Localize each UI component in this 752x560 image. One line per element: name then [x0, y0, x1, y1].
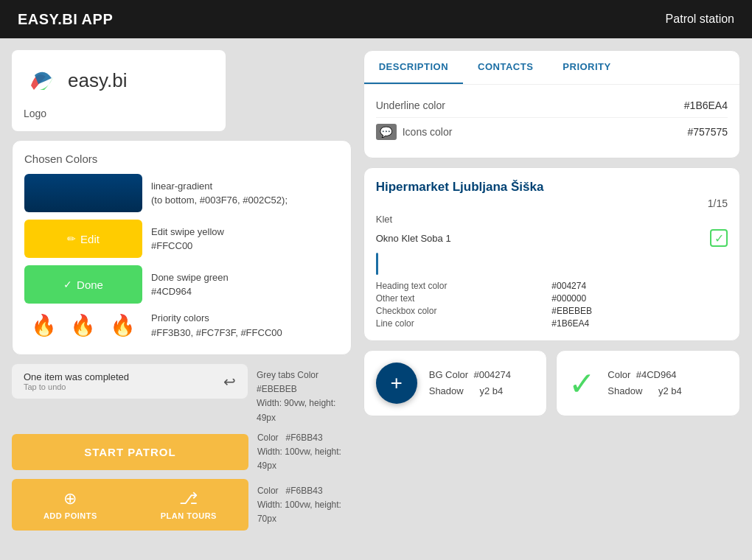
bg-color-value: #004274 — [473, 369, 511, 380]
app-title: EASY.BI APP — [18, 11, 113, 28]
color-row-yellow: ✏ Edit Edit swipe yellow#FFCC00 — [24, 220, 339, 258]
checkbox-label: Checkbox color — [376, 306, 552, 316]
green-swatch: ✓ Done — [24, 265, 142, 304]
fire-row: 🔥 🔥 🔥 Priority colors#FF3B30, #FC7F3F, #… — [24, 311, 339, 340]
bottom-right: + BG Color #004274 Shadow y2 b4 ✓ Color … — [363, 350, 740, 416]
checkmark-icon: ✓ — [714, 231, 724, 245]
main-content: easy.bi Logo Chosen Colors linear-gradie… — [0, 38, 752, 560]
icons-color-row: 💬 Icons color #757575 — [376, 118, 728, 146]
color-label-check: Color — [607, 369, 630, 380]
plan-tours-nav[interactable]: ⎇ PLAN TOURS — [161, 489, 217, 520]
hiper-info-grid: Heading text color #004274 Other text #0… — [376, 281, 728, 329]
color-row-green: ✓ Done Done swipe green#4CD964 — [24, 265, 339, 304]
heading-text-label: Heading text color — [376, 281, 552, 291]
hiper-title: Hipermarket Ljubljana Šiška — [376, 180, 728, 195]
icons-label: Icons color — [403, 126, 688, 138]
app-subtitle: Patrol station — [666, 13, 734, 26]
check-card: ✓ Color #4CD964 Shadow y2 b4 — [556, 350, 740, 416]
heading-text-value: #004274 — [551, 281, 728, 291]
icons-value: #757575 — [687, 126, 728, 138]
hiper-section: Klet — [376, 214, 728, 225]
completed-info: One item was completed Tap to undo — [24, 371, 129, 391]
fab-button[interactable]: + — [376, 363, 417, 404]
tab-priority[interactable]: PRIORITY — [548, 51, 625, 84]
tap-undo: Tap to undo — [24, 382, 129, 391]
logo-box: easy.bi Logo — [12, 50, 226, 131]
check-info: Color #4CD964 Shadow y2 b4 — [607, 367, 681, 399]
logo-label: Logo — [24, 108, 46, 119]
completed-text: One item was completed — [24, 371, 129, 382]
item-checkbox[interactable]: ✓ — [710, 229, 728, 247]
tab-content: Underline color #1B6EA4 💬 Icons color #7… — [364, 85, 739, 146]
shadow-label-check: Shadow — [607, 385, 642, 396]
line-value: #1B6EA4 — [551, 318, 728, 329]
checkmark-icon: ✓ — [63, 279, 72, 290]
add-points-nav[interactable]: ⊕ ADD POINTS — [43, 489, 97, 520]
fire-icons: 🔥 🔥 🔥 — [24, 313, 142, 337]
underline-value: #1B6EA4 — [684, 99, 728, 111]
bottom-nav: ⊕ ADD POINTS ⎇ PLAN TOURS — [12, 479, 248, 531]
blue-line — [376, 253, 378, 275]
shadow-value-check: y2 b4 — [658, 385, 682, 396]
plan-tours-icon: ⎇ — [179, 489, 198, 508]
grey-tabs-info: Grey tabs Color #EBEBEBWidth: 90vw, heig… — [257, 364, 352, 425]
plan-tours-label: PLAN TOURS — [161, 511, 217, 520]
colors-box: Chosen Colors linear-gradient(to bottom,… — [12, 140, 352, 355]
gradient-desc: linear-gradient(to bottom, #003F76, #002… — [151, 179, 288, 208]
shadow-value-fab: y2 b4 — [479, 385, 503, 396]
fab-card: + BG Color #004274 Shadow y2 b4 — [363, 350, 548, 416]
edit-label: Edit — [80, 233, 100, 245]
tab-description[interactable]: DESCRIPTION — [364, 51, 463, 84]
add-points-icon: ⊕ — [63, 489, 77, 508]
bottom-section: One item was completed Tap to undo ↩ Gre… — [12, 364, 352, 531]
yellow-desc: Edit swipe yellow#FFCC00 — [151, 225, 224, 253]
fab-info: BG Color #004274 Shadow y2 b4 — [429, 367, 511, 399]
tab-contacts[interactable]: CONTACTS — [463, 51, 548, 84]
add-points-label: ADD POINTS — [43, 511, 97, 520]
hiper-counter: 1/15 — [376, 197, 728, 209]
fire-orange-icon: 🔥 — [70, 313, 96, 337]
undo-icon[interactable]: ↩ — [223, 373, 236, 391]
hiper-item-name: Okno Klet Soba 1 — [376, 233, 451, 244]
start-patrol-button[interactable]: START PATROL — [12, 434, 248, 470]
fire-yellow-icon: 🔥 — [110, 313, 136, 337]
hiper-item-row: Okno Klet Soba 1 ✓ — [376, 226, 728, 250]
priority-desc: Priority colors#FF3B30, #FC7F3F, #FFCC00 — [151, 311, 282, 340]
fire-red-icon: 🔥 — [31, 313, 57, 337]
shadow-label-fab: Shadow — [429, 385, 464, 396]
other-text-value: #000000 — [551, 293, 728, 304]
pencil-icon: ✏ — [67, 233, 76, 245]
hipermarket-card: Hipermarket Ljubljana Šiška 1/15 Klet Ok… — [363, 167, 740, 341]
underline-color-row: Underline color #1B6EA4 — [376, 94, 728, 118]
underline-label: Underline color — [376, 99, 684, 111]
other-text-label: Other text — [376, 293, 552, 304]
tabs-card: DESCRIPTION CONTACTS PRIORITY Underline … — [363, 50, 740, 158]
right-panel: DESCRIPTION CONTACTS PRIORITY Underline … — [363, 50, 740, 548]
logo-icon — [24, 62, 60, 99]
done-label: Done — [77, 279, 103, 291]
completed-bar: One item was completed Tap to undo ↩ — [12, 364, 248, 399]
message-icon: 💬 — [376, 124, 397, 140]
color-value-check: #4CD964 — [636, 369, 677, 380]
yellow-swatch: ✏ Edit — [24, 220, 142, 258]
logo-inner: easy.bi — [24, 62, 127, 99]
gradient-swatch — [24, 174, 142, 212]
color-row-gradient: linear-gradient(to bottom, #003F76, #002… — [24, 174, 339, 212]
nav-info: Color #F6BB43Width: 100vw, height: 70px — [257, 484, 352, 527]
logo-text: easy.bi — [68, 69, 127, 92]
bg-color-label: BG Color — [429, 369, 468, 380]
line-label: Line color — [376, 318, 552, 329]
start-patrol-info: Color #F6BB43Width: 100vw, height: 49px — [257, 431, 352, 474]
left-panel: easy.bi Logo Chosen Colors linear-gradie… — [12, 50, 352, 548]
colors-title: Chosen Colors — [24, 153, 339, 165]
checkbox-value: #EBEBEB — [551, 306, 728, 316]
green-desc: Done swipe green#4CD964 — [151, 270, 229, 299]
big-checkmark-icon: ✓ — [568, 365, 596, 402]
app-header: EASY.BI APP Patrol station — [0, 0, 752, 38]
tabs-header: DESCRIPTION CONTACTS PRIORITY — [364, 51, 739, 85]
